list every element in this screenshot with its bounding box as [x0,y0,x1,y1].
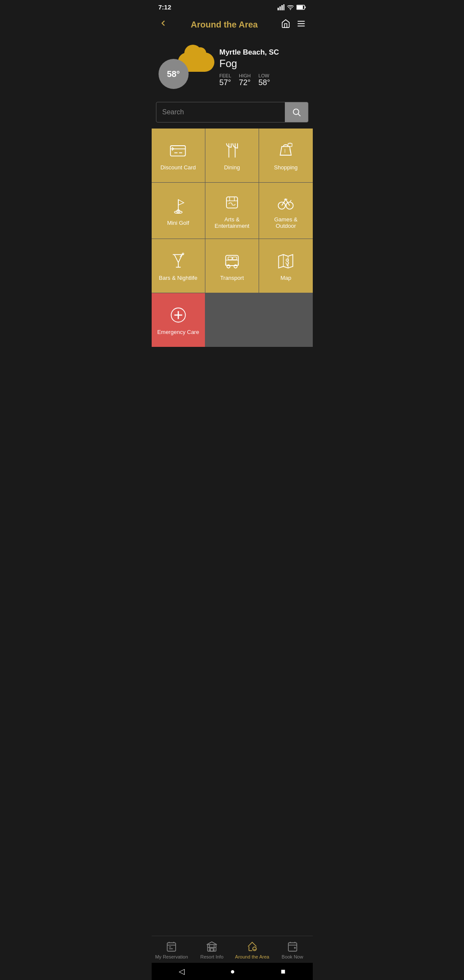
games-icon [275,192,296,213]
shopping-icon [275,140,296,161]
dining-icon [222,140,242,161]
back-button[interactable] [159,18,168,31]
svg-rect-37 [211,948,214,951]
search-section [152,102,313,129]
grid-item-dining[interactable]: Dining [205,129,259,182]
header: Around the Area [152,14,313,37]
grid-container: Discount Card Dining Shopping [152,129,313,347]
transport-label: Transport [220,275,244,281]
high-label: HIGH [239,73,251,78]
weather-section: 58° Myrtle Beach, SC Fog FEEL 57° HIGH 7… [152,37,313,102]
grid-item-emergency[interactable]: Emergency Care [152,293,205,347]
weather-icon: 58° [159,42,214,93]
header-actions [281,19,306,31]
book-now-label: Book Now [282,954,303,959]
mini-golf-label: Mini Golf [167,220,189,226]
search-input[interactable] [156,103,285,121]
map-label: Map [281,275,291,281]
emergency-icon [168,305,189,325]
around-area-label: Around the Area [235,954,269,959]
discount-card-icon [168,140,189,161]
book-now-icon [287,940,299,952]
nav-book-now[interactable]: Book Now [272,936,313,963]
games-label: Games & Outdoor [263,216,308,229]
svg-point-38 [253,947,256,951]
discount-card-label: Discount Card [160,164,195,171]
grid-item-transport[interactable]: Transport [205,239,259,293]
grid-item-map[interactable]: Map [259,239,312,293]
transport-icon [222,251,242,271]
grid-item-arts[interactable]: Arts & Entertainment [205,183,259,239]
my-reservation-label: My Reservation [155,954,188,959]
bottom-nav: My Reservation Resort Info Around the Ar… [152,936,313,963]
svg-point-22 [278,202,286,209]
weather-low: LOW 58° [259,73,270,87]
battery-icon [296,5,306,10]
signal-icon [278,4,284,10]
svg-rect-30 [233,257,237,260]
grid-item-bars[interactable]: Bars & Nightlife [152,239,205,293]
nav-around-area[interactable]: Around the Area [232,936,272,963]
around-area-icon [246,940,258,952]
resort-info-label: Resort Info [200,954,223,959]
search-icon [292,107,301,117]
android-home[interactable]: ● [225,965,240,978]
grid-item-discount-card[interactable]: Discount Card [152,129,205,182]
grid-item-mini-golf[interactable]: Mini Golf [152,183,205,239]
weather-info: Myrtle Beach, SC Fog FEEL 57° HIGH 72° L… [220,48,306,87]
feel-value: 57° [220,78,232,87]
search-button[interactable] [285,102,308,122]
weather-condition: Fog [220,58,306,70]
bars-label: Bars & Nightlife [159,275,198,281]
shopping-label: Shopping [274,164,298,171]
emergency-label: Emergency Care [157,329,199,335]
grid-item-games[interactable]: Games & Outdoor [259,183,312,239]
home-button[interactable] [281,19,290,31]
low-label: LOW [259,73,270,78]
map-icon [275,251,296,271]
svg-rect-41 [288,943,297,951]
svg-rect-21 [226,197,238,208]
menu-button[interactable] [296,19,306,31]
svg-point-11 [293,109,299,115]
svg-rect-13 [170,146,185,156]
status-time: 7:12 [159,3,171,11]
high-value: 72° [239,78,251,87]
search-box [156,102,308,122]
bars-icon [168,251,189,271]
svg-rect-36 [208,945,216,951]
svg-rect-2 [281,5,283,10]
svg-rect-29 [228,257,232,260]
svg-rect-3 [283,4,284,10]
page-title: Around the Area [191,20,258,30]
svg-rect-6 [297,6,303,9]
svg-rect-35 [168,943,176,951]
svg-point-23 [286,202,293,209]
svg-rect-16 [288,144,292,147]
svg-rect-0 [278,8,279,10]
arts-label: Arts & Entertainment [210,216,254,229]
reservation-icon [165,940,177,952]
low-value: 58° [259,78,270,87]
android-recent[interactable]: ■ [275,965,290,978]
svg-rect-7 [305,6,305,8]
mini-golf-icon [168,196,189,216]
android-nav: ◁ ● ■ [152,963,313,980]
feel-label: FEEL [220,73,232,78]
android-back[interactable]: ◁ [174,965,190,978]
grid-item-shopping[interactable]: Shopping [259,129,312,182]
weather-stats: FEEL 57° HIGH 72° LOW 58° [220,73,306,87]
dining-label: Dining [224,164,240,171]
svg-point-4 [290,9,291,10]
resort-icon [206,940,218,952]
svg-line-12 [298,114,300,116]
temperature-circle: 58° [159,59,189,89]
status-icons [278,4,306,10]
weather-high: HIGH 72° [239,73,251,87]
weather-feel: FEEL 57° [220,73,232,87]
wifi-icon [287,4,294,10]
nav-my-reservation[interactable]: My Reservation [152,936,192,963]
nav-resort-info[interactable]: Resort Info [192,936,232,963]
arts-icon [222,192,242,213]
status-bar: 7:12 [152,0,313,14]
